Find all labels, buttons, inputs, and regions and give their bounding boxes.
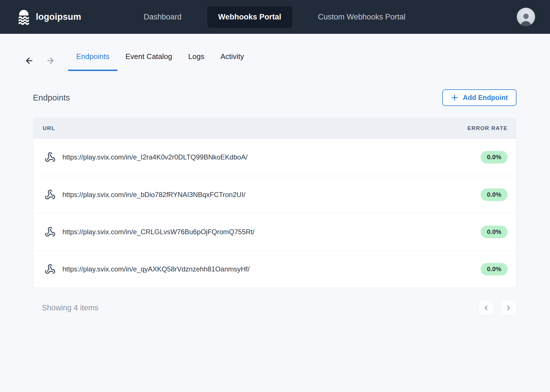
heading-row: Endpoints Add Endpoint xyxy=(33,89,516,106)
nav-item-custom-webhooks-portal[interactable]: Custom Webhooks Portal xyxy=(307,6,417,28)
next-page-button[interactable] xyxy=(500,300,516,316)
tab-bar: Endpoints Event Catalog Logs Activity xyxy=(33,50,516,71)
previous-page-button[interactable] xyxy=(478,300,494,316)
tab-logs[interactable]: Logs xyxy=(180,50,212,71)
error-rate-badge: 0.0% xyxy=(481,226,508,238)
error-rate-badge: 0.0% xyxy=(481,263,508,275)
webhook-icon xyxy=(45,226,56,237)
endpoint-url: https://play.svix.com/in/e_bDio782fRYNAI… xyxy=(62,191,245,199)
add-endpoint-label: Add Endpoint xyxy=(463,94,508,102)
table-row[interactable]: https://play.svix.com/in/e_qyAXKQ58rVdzn… xyxy=(33,250,516,287)
table-row[interactable]: https://play.svix.com/in/e_I2ra4K0v2r0DL… xyxy=(33,139,516,176)
person-silhouette-icon xyxy=(518,11,533,26)
row-url-cell: https://play.svix.com/in/e_bDio782fRYNAI… xyxy=(45,189,245,200)
chevron-right-icon xyxy=(505,304,512,312)
tabs: Endpoints Event Catalog Logs Activity xyxy=(68,50,252,71)
top-navbar: logoipsum Dashboard Webhooks Portal Cust… xyxy=(0,0,550,34)
page-title: Endpoints xyxy=(33,93,70,103)
pagination xyxy=(478,300,516,316)
primary-nav: Dashboard Webhooks Portal Custom Webhook… xyxy=(133,6,417,28)
webhook-icon xyxy=(45,264,56,275)
webhook-icon xyxy=(45,189,56,200)
tab-endpoints[interactable]: Endpoints xyxy=(68,50,117,71)
brand[interactable]: logoipsum xyxy=(16,9,81,25)
tab-activity[interactable]: Activity xyxy=(212,50,252,71)
table-row[interactable]: https://play.svix.com/in/e_bDio782fRYNAI… xyxy=(33,176,516,213)
row-url-cell: https://play.svix.com/in/e_qyAXKQ58rVdzn… xyxy=(45,264,250,275)
row-url-cell: https://play.svix.com/in/e_I2ra4K0v2r0DL… xyxy=(45,152,247,163)
plus-icon xyxy=(451,94,458,101)
table-row[interactable]: https://play.svix.com/in/e_CRLGLvsW76Bu6… xyxy=(33,213,516,250)
error-rate-badge: 0.0% xyxy=(481,151,508,164)
column-header-url: URL xyxy=(43,125,55,131)
chevron-left-icon xyxy=(482,304,490,312)
items-count-text: Showing 4 items xyxy=(42,304,99,312)
column-header-error-rate: ERROR RATE xyxy=(467,125,508,131)
row-url-cell: https://play.svix.com/in/e_CRLGLvsW76Bu6… xyxy=(45,226,254,237)
brand-name: logoipsum xyxy=(36,12,81,22)
avatar[interactable] xyxy=(517,8,535,26)
logo-icon xyxy=(16,9,32,25)
endpoint-url: https://play.svix.com/in/e_I2ra4K0v2r0DL… xyxy=(62,153,247,161)
nav-item-webhooks-portal[interactable]: Webhooks Portal xyxy=(207,6,292,28)
tab-event-catalog[interactable]: Event Catalog xyxy=(117,50,180,71)
main-content: Endpoints Event Catalog Logs Activity En… xyxy=(0,50,550,316)
table-footer: Showing 4 items xyxy=(33,300,516,316)
endpoint-url: https://play.svix.com/in/e_qyAXKQ58rVdzn… xyxy=(62,265,250,273)
forward-arrow-icon[interactable] xyxy=(44,54,57,67)
endpoint-url: https://play.svix.com/in/e_CRLGLvsW76Bu6… xyxy=(62,228,254,236)
webhook-icon xyxy=(45,152,56,163)
back-arrow-icon[interactable] xyxy=(23,54,36,67)
table-header: URL ERROR RATE xyxy=(33,118,516,139)
error-rate-badge: 0.0% xyxy=(481,188,508,201)
endpoints-table: URL ERROR RATE https://play.svix.com/in/… xyxy=(33,118,516,288)
add-endpoint-button[interactable]: Add Endpoint xyxy=(442,89,516,106)
nav-item-dashboard[interactable]: Dashboard xyxy=(133,6,192,28)
